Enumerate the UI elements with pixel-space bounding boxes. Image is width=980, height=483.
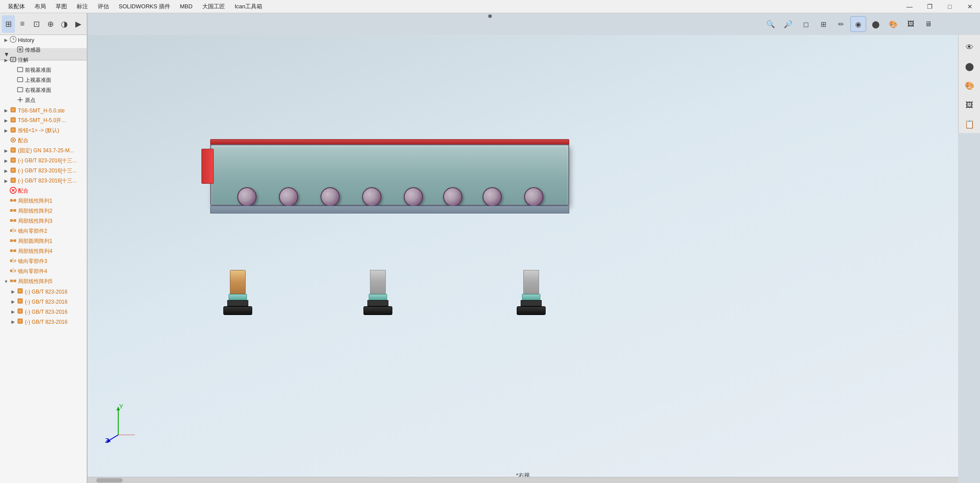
tree-label-gbt823-3: (-) GB/T 823-2016[十三... <box>18 177 77 185</box>
search-icon[interactable]: 🔍 <box>763 16 779 32</box>
rp-texture-button[interactable]: 🖼 <box>961 96 978 114</box>
tree-icon-top-plane <box>17 76 24 84</box>
tree-item-local-arr2[interactable]: 局部线性阵列2 <box>0 206 87 216</box>
tree-item-gn343[interactable]: ▶(固定) GN 343.7-25-M... <box>0 146 87 156</box>
menu-mbd[interactable]: MBD <box>176 1 197 11</box>
appearance-button[interactable]: ◑ <box>58 15 71 33</box>
svg-rect-54 <box>10 270 12 272</box>
menu-assemble[interactable]: 装配体 <box>4 1 29 12</box>
tree-item-btn1[interactable]: ▶按钮<1> -> (默认) <box>0 126 87 136</box>
menu-evaluate[interactable]: 评估 <box>93 1 113 12</box>
main-plate <box>210 144 569 206</box>
box3d-icon[interactable]: ◻ <box>798 16 814 32</box>
tree-icon-sensor <box>17 46 24 54</box>
leg-left <box>223 270 252 315</box>
tree-item-local-arr4[interactable]: 局部线性阵列4 <box>0 246 87 256</box>
svg-point-61 <box>19 290 21 292</box>
bottom-scrollbar[interactable] <box>88 477 958 483</box>
menu-sw-plugin[interactable]: SOLIDWORKS 插件 <box>114 1 175 12</box>
tree-item-gbt823-5-2[interactable]: ▶(-) GB/T 823-2016 <box>0 297 87 307</box>
tree-item-gbt823-2[interactable]: ▶(-) GB/T 823-2016[十三... <box>0 166 87 176</box>
tree-item-mirror-part2[interactable]: 镜向零部件2 <box>0 226 87 236</box>
bolt-3 <box>321 187 340 206</box>
tree-item-gbt823-1[interactable]: ▶(-) GB/T 823-2016[十三... <box>0 156 87 166</box>
component2-icon[interactable]: ⊞ <box>815 16 831 32</box>
right-panel: 👁 ⬤ 🎨 🖼 📋 <box>958 35 980 133</box>
svg-rect-4 <box>19 48 21 51</box>
view2-icon[interactable]: ◉ <box>850 16 866 32</box>
tree-icon-btn1 <box>10 126 17 135</box>
tree-label-local-arr2: 局部线性阵列2 <box>18 207 53 215</box>
tree-item-local-arr1[interactable]: 局部线性阵列1 <box>0 196 87 206</box>
feature-tree-button[interactable]: ⊞ <box>2 15 15 33</box>
bolt-5 <box>404 187 423 206</box>
maximize-button[interactable]: □ <box>940 0 960 13</box>
svg-point-67 <box>19 320 21 322</box>
search2-icon[interactable]: 🔎 <box>780 16 796 32</box>
tree-item-local-arr3[interactable]: 局部线性阵列3 <box>0 216 87 226</box>
tree-item-circle-arr1[interactable]: 局部圆周阵列1 <box>0 236 87 246</box>
tree-label-right-plane: 右视基准面 <box>25 87 51 94</box>
svg-point-17 <box>12 119 14 121</box>
rp-list-button[interactable]: 📋 <box>961 116 978 133</box>
rp-sphere-button[interactable]: ⬤ <box>961 58 978 75</box>
tree-icon-front-plane <box>17 66 24 74</box>
more-button[interactable]: ▶ <box>72 15 85 33</box>
bottom-strip <box>210 206 569 214</box>
tree-item-history[interactable]: ▶History <box>0 35 87 45</box>
scrollbar-thumb[interactable] <box>96 478 123 483</box>
tree-item-ts6-smt-h50-ste[interactable]: ▶TS6-SMT_H-5.0.ste <box>0 105 87 116</box>
tree-icon-origin <box>17 96 24 105</box>
tree-item-top-plane[interactable]: 上视基准面 <box>0 75 87 85</box>
tree-label-gbt823-5-2: (-) GB/T 823-2016 <box>25 299 67 305</box>
menu-annotation[interactable]: 标注 <box>72 1 92 12</box>
rp-view-button[interactable]: 👁 <box>961 38 978 56</box>
tree-item-gbt823-5-4[interactable]: ▶(-) GB/T 823-2016 <box>0 317 87 327</box>
color2-icon[interactable]: 🎨 <box>885 16 901 32</box>
tree-icon-local-arr4 <box>10 247 17 256</box>
tree-item-ts6-smt-h50-kai[interactable]: ▶TS6-SMT_H-5.0开... <box>0 116 87 126</box>
menu-ican[interactable]: Ican工具箱 <box>230 1 267 12</box>
tree-item-peihe2-icon[interactable]: 配合 <box>0 186 87 196</box>
tree-icon-gbt823-1 <box>10 157 17 165</box>
svg-rect-58 <box>14 280 16 282</box>
tree-item-gbt823-5-3[interactable]: ▶(-) GB/T 823-2016 <box>0 307 87 317</box>
tree-item-front-plane[interactable]: 前视基准面 <box>0 65 87 75</box>
svg-rect-42 <box>10 229 12 232</box>
config-manager-button[interactable]: ⊡ <box>30 15 43 33</box>
tree-item-origin[interactable]: 原点 <box>0 95 87 105</box>
top-dot <box>488 14 492 18</box>
window-controls: — ❐ □ ✕ <box>899 0 980 13</box>
tree-label-top-plane: 上视基准面 <box>25 77 51 84</box>
dim-expert-button[interactable]: ⊕ <box>44 15 57 33</box>
tree-item-gbt823-3[interactable]: ▶(-) GB/T 823-2016[十三... <box>0 176 87 186</box>
sphere2-icon[interactable]: ⬤ <box>868 16 884 32</box>
texture2-icon[interactable]: 🖼 <box>903 16 919 32</box>
edit2-icon[interactable]: ✏ <box>833 16 849 32</box>
tree-item-peihe[interactable]: 配合 <box>0 136 87 146</box>
tree-item-annotation[interactable]: ▶注解 <box>0 55 87 65</box>
property-manager-button[interactable]: ≡ <box>16 15 29 33</box>
svg-point-65 <box>19 310 21 312</box>
tree-item-mirror-part3[interactable]: 镜向零部件3 <box>0 256 87 266</box>
menu-craftsman[interactable]: 大国工匠 <box>198 1 229 12</box>
tree-item-right-plane[interactable]: 右视基准面 <box>0 85 87 95</box>
minimize-button[interactable]: — <box>899 0 920 13</box>
tree-icon-gbt823-5-4 <box>17 318 24 326</box>
feature-tree[interactable]: ▶History传感器▶注解前视基准面上视基准面右视基准面原点▶TS6-SMT_… <box>0 35 87 483</box>
close-button[interactable]: ✕ <box>960 0 980 13</box>
restore-button[interactable]: ❐ <box>920 0 940 13</box>
tree-icon-gbt823-5-1 <box>17 287 24 296</box>
tree-label-local-arr1: 局部线性阵列1 <box>18 197 53 205</box>
svg-point-29 <box>12 179 14 182</box>
rp-color-button[interactable]: 🎨 <box>961 77 978 94</box>
tree-item-local-arr5[interactable]: ▼局部线性阵列5 <box>0 276 87 287</box>
bolt-7 <box>483 187 502 206</box>
tree-item-sensor[interactable]: 传感器 <box>0 45 87 55</box>
tree-item-mirror-part4[interactable]: 镜向零部件4 <box>0 266 87 276</box>
monitor2-icon[interactable]: 🖥 <box>920 16 936 32</box>
menu-sketch[interactable]: 草图 <box>51 1 71 12</box>
tree-label-btn1: 按钮<1> -> (默认) <box>18 127 59 134</box>
menu-layout[interactable]: 布局 <box>30 1 50 12</box>
tree-item-gbt823-5-1[interactable]: ▶(-) GB/T 823-2016 <box>0 287 87 297</box>
